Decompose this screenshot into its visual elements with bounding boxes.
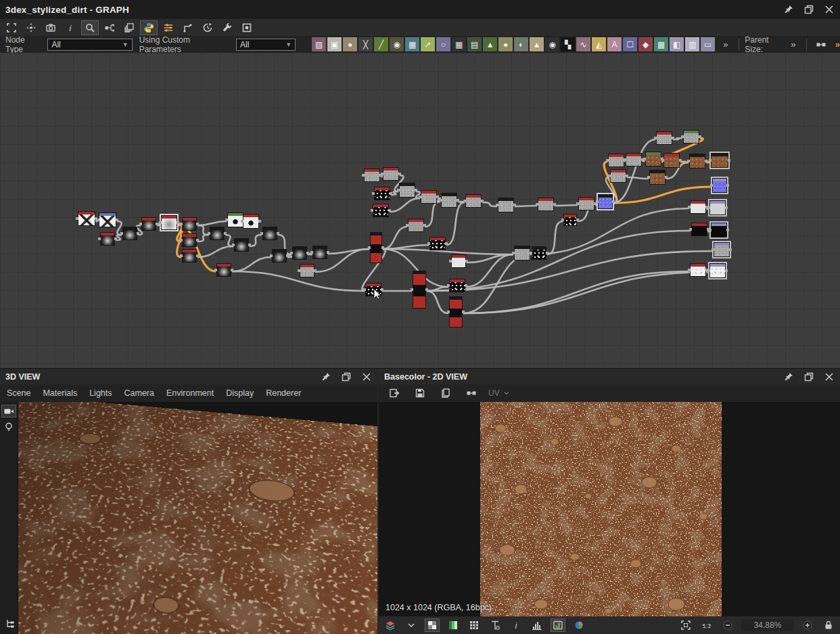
palette-frame-icon[interactable]: ▭ xyxy=(701,37,715,51)
graph-node[interactable] xyxy=(300,264,314,277)
save-button[interactable] xyxy=(411,386,429,401)
graph-node[interactable] xyxy=(451,254,466,268)
graph-node[interactable] xyxy=(374,187,390,200)
2d-viewport[interactable]: 1024 x 1024 (RGBA, 16bpc) xyxy=(379,402,840,616)
link-style-button[interactable] xyxy=(179,20,197,35)
palette-mirror-icon[interactable]: ◭ xyxy=(592,37,606,51)
palette-sphere-icon[interactable]: ◐ xyxy=(514,37,528,51)
3d-viewport[interactable] xyxy=(0,402,377,634)
graph-node[interactable] xyxy=(711,223,727,237)
copy-button[interactable] xyxy=(437,386,454,401)
palette-hsl-icon[interactable]: ◉ xyxy=(545,37,559,51)
screenshot-button[interactable] xyxy=(42,20,60,35)
close-button[interactable] xyxy=(361,371,372,382)
graph-node[interactable] xyxy=(714,242,730,257)
graph-node[interactable] xyxy=(421,190,437,204)
graph-node[interactable] xyxy=(234,238,249,252)
palette-overflow-button[interactable]: » xyxy=(723,39,728,49)
graph-node[interactable] xyxy=(210,227,225,240)
graph-node[interactable] xyxy=(141,217,156,231)
link-creation-button[interactable] xyxy=(101,20,118,35)
palette-tile-sampler-icon[interactable]: ▦ xyxy=(452,37,466,51)
tools-button[interactable] xyxy=(218,20,236,35)
graph-node[interactable] xyxy=(711,153,728,168)
graph-node[interactable] xyxy=(689,154,705,168)
uv-mode-dropdown[interactable]: UV xyxy=(488,388,511,398)
graph-node[interactable] xyxy=(383,167,399,181)
graph-node[interactable] xyxy=(100,232,115,246)
palette-gradient-mountain-icon[interactable]: ▲ xyxy=(530,37,544,51)
palette-cells-icon[interactable]: ▩ xyxy=(654,37,668,51)
menu-scene[interactable]: Scene xyxy=(7,388,30,398)
close-button[interactable] xyxy=(824,371,835,382)
chevron-down-button[interactable] xyxy=(404,618,419,632)
parent-size-expander[interactable]: » xyxy=(791,39,795,49)
graph-node[interactable] xyxy=(182,249,197,263)
graph-node[interactable] xyxy=(161,215,177,230)
focus-output-button[interactable] xyxy=(238,20,256,35)
fit-view-button[interactable] xyxy=(3,20,20,35)
graph-node[interactable] xyxy=(712,178,727,193)
graph-node[interactable] xyxy=(690,200,706,214)
histogram-button[interactable] xyxy=(530,618,544,632)
palette-shape-icon[interactable]: ○ xyxy=(436,37,450,51)
custom-params-dropdown[interactable]: All ▼ xyxy=(236,39,296,51)
graph-node[interactable] xyxy=(262,227,277,240)
light-bulb-button[interactable] xyxy=(1,420,16,433)
graph-node[interactable] xyxy=(122,227,137,240)
graph-node[interactable] xyxy=(399,183,415,198)
palette-fractal-icon[interactable]: ▦ xyxy=(405,37,419,51)
palette-scatter-icon[interactable]: ▲ xyxy=(483,37,497,51)
pin-button[interactable] xyxy=(783,371,794,382)
graph-node[interactable] xyxy=(663,153,680,168)
graph-node[interactable] xyxy=(578,197,594,210)
graph-node[interactable] xyxy=(408,219,424,232)
search-button[interactable] xyxy=(81,20,99,35)
graph-node[interactable] xyxy=(626,153,642,166)
graph-node[interactable] xyxy=(709,200,726,215)
palette-text-icon[interactable]: A xyxy=(607,37,622,51)
tree-icon[interactable] xyxy=(3,617,18,630)
pin-button[interactable] xyxy=(321,371,331,382)
close-button[interactable] xyxy=(824,4,835,15)
pan-1-1-button[interactable] xyxy=(22,20,40,35)
graph-node[interactable] xyxy=(441,193,457,208)
graph-node[interactable] xyxy=(243,214,259,229)
palette-shuffle-icon[interactable]: ╳ xyxy=(358,37,373,51)
graph-node[interactable] xyxy=(99,212,116,227)
graph-node[interactable] xyxy=(272,249,287,263)
palette-dot-icon[interactable]: ● xyxy=(498,37,513,51)
graph-node[interactable] xyxy=(709,263,726,278)
plus-button[interactable] xyxy=(800,618,815,632)
display-button[interactable] xyxy=(551,618,565,632)
node-type-dropdown[interactable]: All ▼ xyxy=(47,39,132,51)
graph-node[interactable] xyxy=(373,204,389,217)
menu-camera[interactable]: Camera xyxy=(124,388,154,398)
graph-node[interactable] xyxy=(182,233,197,247)
graph-node[interactable] xyxy=(610,169,626,183)
maximize-button[interactable] xyxy=(803,4,814,15)
layers-colored-button[interactable] xyxy=(383,618,398,632)
graph-node[interactable] xyxy=(538,198,554,211)
palette-sharpen-icon[interactable]: ◉ xyxy=(390,37,404,51)
node-graph-canvas[interactable] xyxy=(0,53,840,369)
graph-node[interactable] xyxy=(563,214,577,226)
palette-selection-icon[interactable]: ☐ xyxy=(623,37,637,51)
hue-circle-button[interactable] xyxy=(571,618,586,632)
graph-node[interactable] xyxy=(649,170,666,185)
video-camera-button[interactable] xyxy=(1,405,16,417)
graph-node[interactable] xyxy=(312,246,327,259)
graph-node[interactable] xyxy=(645,152,661,166)
export-image-button[interactable] xyxy=(386,386,403,401)
frame-button[interactable] xyxy=(678,618,693,632)
minus-button[interactable] xyxy=(720,618,735,632)
gradient-button[interactable] xyxy=(446,618,461,632)
menu-display[interactable]: Display xyxy=(226,388,254,398)
one-one-button[interactable]: 1:1 xyxy=(699,618,714,632)
graph-node[interactable] xyxy=(216,263,231,277)
graph-node[interactable] xyxy=(429,237,446,250)
checker-button[interactable] xyxy=(425,618,440,632)
palette-spline-icon[interactable]: ∿ xyxy=(576,37,590,51)
graph-node[interactable] xyxy=(465,194,482,208)
palette-slope-blur-icon[interactable]: ↗ xyxy=(421,37,435,51)
